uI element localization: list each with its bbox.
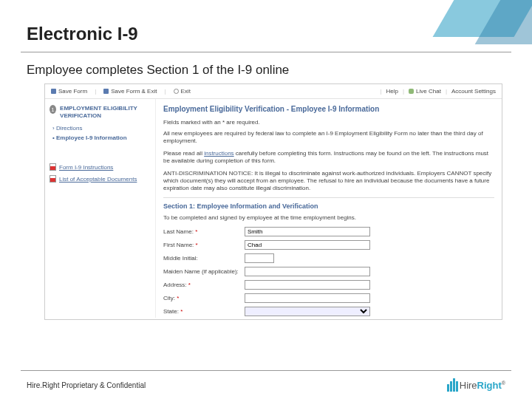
middle-initial-input[interactable] — [245, 253, 274, 263]
address-label: Address: * — [163, 282, 245, 288]
exit-button[interactable]: Exit — [174, 88, 191, 95]
middle-initial-label: Middle Initial: — [163, 255, 245, 262]
slide-subtitle: Employee completes Section 1 of the I-9 … — [0, 60, 532, 83]
sidebar: 1 EMPLOYMENT ELIGIBILITY VERIFICATION › … — [45, 99, 156, 318]
city-label: City: * — [163, 295, 245, 301]
slide-footer: Hire.Right Proprietary & Confidential Hi… — [21, 370, 511, 399]
last-name-label: Last Name: * — [163, 228, 245, 235]
step-number: 1 — [50, 105, 56, 114]
section1-title: Section 1: Employee Information and Veri… — [163, 197, 494, 210]
account-settings-link[interactable]: Account Settings — [451, 88, 496, 95]
app-screenshot: Save Form | Save Form & Exit | Exit | He… — [44, 83, 502, 320]
live-chat-link[interactable]: Live Chat — [409, 88, 441, 95]
pdf-icon — [50, 163, 56, 171]
power-icon — [174, 89, 179, 94]
required-note: Fields marked with an * are required. — [163, 119, 494, 126]
maiden-name-input[interactable] — [245, 267, 370, 276]
save-button[interactable]: Save Form — [51, 88, 87, 95]
app-toolbar: Save Form | Save Form & Exit | Exit | He… — [45, 84, 502, 99]
instructions-paragraph: Please read all instructions carefully b… — [163, 150, 494, 166]
state-select[interactable] — [245, 307, 370, 316]
divider — [21, 52, 511, 52]
pdf-instructions-link[interactable]: Form I-9 Instructions — [50, 163, 151, 171]
save-icon — [103, 89, 109, 94]
section1-note: To be completed and signed by employee a… — [163, 214, 494, 221]
intro-paragraph: All new employees are required by federa… — [163, 130, 494, 146]
pdf-icon — [50, 175, 56, 183]
maiden-name-label: Maiden Name (if applicable): — [163, 268, 245, 275]
address-input[interactable] — [245, 280, 370, 290]
first-name-input[interactable] — [245, 240, 370, 250]
save-exit-button[interactable]: Save Form & Exit — [103, 88, 157, 95]
first-name-label: First Name: * — [163, 242, 245, 248]
hireright-logo: HireRight® — [447, 378, 505, 392]
anti-discrimination-notice: ANTI-DISCRIMINATION NOTICE: It is illega… — [163, 170, 494, 193]
chat-icon — [409, 89, 414, 94]
sidebar-active-item[interactable]: • Employee I-9 Information — [52, 134, 151, 141]
instructions-link[interactable]: instructions — [204, 150, 233, 157]
save-icon — [51, 89, 56, 94]
main-content: Employment Eligibility Verification - Em… — [156, 99, 502, 318]
pdf-acceptable-docs-link[interactable]: List of Acceptable Documents — [50, 175, 151, 183]
help-link[interactable]: Help — [386, 88, 398, 95]
city-input[interactable] — [245, 293, 370, 303]
form-title: Employment Eligibility Verification - Em… — [163, 105, 494, 113]
sidebar-directions-link[interactable]: › Directions — [52, 125, 151, 132]
logo-bars-icon — [447, 378, 458, 392]
sidebar-section-title: EMPLOYMENT ELIGIBILITY VERIFICATION — [60, 105, 151, 119]
last-name-input[interactable] — [245, 227, 370, 236]
footer-text: Hire.Right Proprietary & Confidential — [27, 381, 146, 389]
state-label: State: * — [163, 308, 245, 315]
